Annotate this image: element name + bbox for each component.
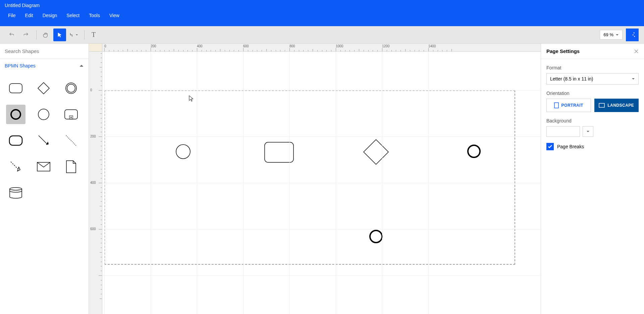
landscape-button[interactable]: LANDSCAPE [594,99,639,112]
sliders-icon [629,32,635,38]
orientation-label: Orientation [546,91,639,96]
shape-task[interactable] [6,78,25,98]
svg-rect-21 [554,103,558,108]
ruler-corner [89,44,102,52]
svg-point-3 [11,110,20,119]
shape-sequence-flow[interactable] [34,131,53,150]
pagebreaks-row[interactable]: Page Breaks [546,143,639,150]
landscape-icon [599,103,605,108]
zoom-dropdown[interactable]: 69 % [600,30,623,40]
shapes-category-header[interactable]: BPMN Shapes [0,59,89,72]
chevron-down-icon [586,130,590,133]
menu-bar: File Edit Design Select Tools View [0,10,644,24]
canvas-start-event[interactable] [175,144,191,160]
menu-view[interactable]: View [105,10,124,21]
svg-rect-0 [9,84,22,93]
portrait-label: PORTRAIT [561,103,583,108]
pagebreaks-label: Page Breaks [557,144,584,149]
settings-panel: Page Settings Format Letter (8.5 in x 11… [541,44,644,314]
shape-end-event[interactable] [6,105,25,124]
landscape-label: LANDSCAPE [607,103,634,108]
undo-button[interactable] [5,29,18,41]
canvas-end-event-2[interactable] [369,229,383,245]
redo-button[interactable] [19,29,32,41]
shapes-search [0,44,89,59]
portrait-button[interactable]: PORTRAIT [546,99,591,112]
menu-design[interactable]: Design [38,10,62,21]
menu-select[interactable]: Select [62,10,84,21]
shape-start-event[interactable] [34,105,53,124]
svg-point-4 [38,109,49,120]
canvas[interactable]: 0200400600800100012001400 0200400600 [89,44,541,314]
shape-message-flow[interactable] [6,157,25,176]
menu-file[interactable]: File [3,10,20,21]
text-button[interactable]: T [87,29,100,41]
menu-tools[interactable]: Tools [84,10,105,21]
canvas-end-event-1[interactable] [467,144,481,160]
canvas-gateway[interactable] [362,138,390,167]
svg-line-10 [39,136,47,144]
ruler-horizontal: 0200400600800100012001400 [102,44,541,52]
background-color-swatch[interactable] [546,126,580,137]
zoom-value: 69 % [603,32,613,37]
panel-header: Page Settings [541,44,644,59]
ruler-vertical: 0200400600 [89,52,102,314]
menu-edit[interactable]: Edit [20,10,38,21]
format-label: Format [546,65,639,70]
check-icon [548,144,552,149]
shape-data-object[interactable] [61,157,81,176]
shape-transaction[interactable] [6,131,25,150]
settings-button[interactable] [626,29,639,41]
svg-point-18 [370,230,382,243]
shapes-palette [0,72,89,209]
close-icon[interactable] [634,49,639,54]
svg-point-1 [66,83,76,94]
svg-line-11 [66,136,76,146]
format-value: Letter (8.5 in x 11 in) [550,76,593,82]
separator [84,30,85,40]
svg-rect-22 [599,103,604,107]
svg-point-17 [468,145,480,157]
separator [36,30,37,40]
svg-point-2 [67,84,75,92]
shape-subprocess[interactable] [61,105,81,124]
category-label: BPMN Shapes [5,63,36,68]
app-header: Untitled Diagram File Edit Design Select… [0,0,644,26]
chevron-down-icon [632,77,635,81]
svg-rect-9 [9,136,22,145]
search-input[interactable] [5,48,84,54]
background-label: Background [546,118,639,123]
format-select[interactable]: Letter (8.5 in x 11 in) [546,73,639,85]
shape-data-store[interactable] [6,183,25,203]
document-title[interactable]: Untitled Diagram [0,0,644,10]
shape-intermediate-event[interactable] [61,78,81,98]
chevron-down-icon [615,33,619,37]
main-area: BPMN Shapes [0,44,644,314]
svg-point-14 [10,188,22,190]
pagebreaks-checkbox[interactable] [546,143,554,150]
shape-gateway[interactable] [34,78,53,98]
background-dropdown[interactable] [583,126,593,137]
panel-title: Page Settings [546,48,580,54]
shapes-sidebar: BPMN Shapes [0,44,89,314]
shape-message[interactable] [34,157,53,176]
page-boundary [104,90,515,265]
select-button[interactable] [53,29,66,41]
chevron-up-icon [79,63,84,68]
svg-point-15 [176,145,190,159]
toolbar: T 69 % [0,26,644,44]
portrait-icon [554,102,559,108]
svg-line-12 [11,162,19,170]
pan-button[interactable] [39,29,52,41]
canvas-content[interactable] [102,52,541,314]
connector-button[interactable] [67,29,80,41]
shape-association[interactable] [61,131,81,150]
